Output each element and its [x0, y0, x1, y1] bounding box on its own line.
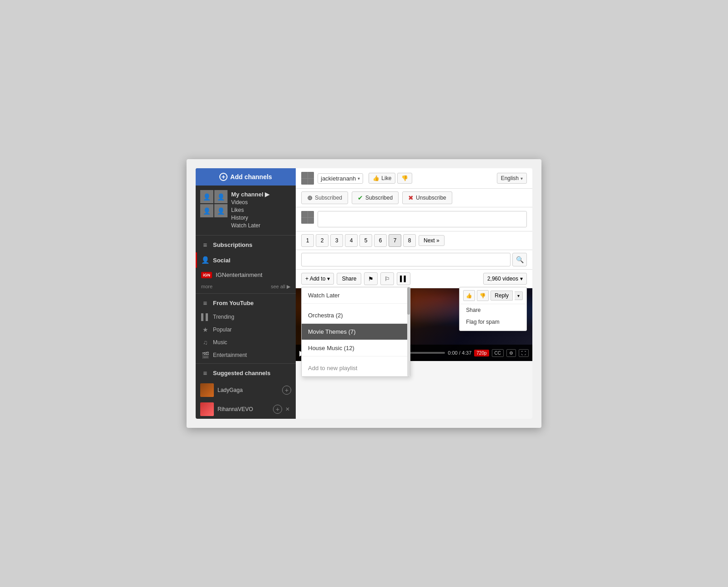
plus-icon: ⊕ — [307, 194, 313, 201]
page-btn-6[interactable]: 6 — [374, 234, 387, 247]
search-input[interactable] — [301, 253, 511, 266]
page-btn-4[interactable]: 4 — [345, 234, 358, 247]
settings-button[interactable]: ⚙ — [506, 349, 516, 357]
reply-flag-spam-item[interactable]: Flag for spam — [460, 316, 526, 328]
check-icon: ✔ — [358, 194, 363, 201]
dropdown-add-new-playlist[interactable]: Add to new playlist — [302, 360, 410, 376]
dropdown-watch-later[interactable]: Watch Later — [302, 287, 410, 304]
avatar-cell-2: 👤 — [214, 190, 228, 203]
page-btn-8[interactable]: 8 — [403, 234, 416, 247]
user-avatar[interactable]: 👤 👤 👤 👤 — [200, 190, 228, 217]
videos-count-button[interactable]: 2,960 videos ▾ — [483, 273, 527, 285]
rihanna-close-button[interactable]: ✕ — [284, 406, 291, 413]
reply-share-item[interactable]: Share — [460, 304, 526, 316]
commenter-avatar — [301, 211, 314, 224]
reply-thumbs: 👍 👎 — [463, 290, 489, 301]
reply-thumbs-down-button[interactable]: 👎 — [477, 290, 489, 301]
content-header: jackietrananh ▾ 👍 Like 👎 English ▾ — [296, 168, 532, 189]
subscribed-button[interactable]: ✔ Subscribed — [352, 191, 399, 204]
sidebar-item-entertainment[interactable]: 🎬 Entertainment — [196, 349, 296, 361]
dropdown-house-music[interactable]: House Music (12) — [302, 340, 410, 356]
thumbs-down-icon: 👎 — [401, 175, 408, 181]
sidebar-item-subscriptions[interactable]: ≡ Subscriptions — [196, 237, 296, 252]
person-icon: 👤 — [201, 256, 209, 264]
rihanna-add-button[interactable]: + — [273, 405, 282, 414]
sidebar-item-ign[interactable]: iGN IGNentertainment — [196, 268, 296, 282]
stats-icon: ▌▌ — [400, 276, 408, 282]
subscribe-row: ⊕ Subscribed ✔ Subscribed ✖ Unsubscribe — [296, 189, 532, 207]
list-icon-2: ≡ — [201, 299, 209, 307]
add-channels-button[interactable]: + Add channels — [196, 168, 296, 186]
suggested-item-ladygaga[interactable]: LadyGaga + — [196, 381, 296, 400]
like-button[interactable]: 👍 Like — [369, 173, 395, 184]
add-to-dropdown-menu: Watch Later Orchestra (2) Movie Themes (… — [301, 287, 410, 377]
dropdown-movie-themes[interactable]: Movie Themes (7) — [302, 324, 410, 340]
comment-input[interactable] — [318, 211, 527, 227]
ladygaga-avatar — [200, 383, 214, 397]
flag2-button[interactable]: ⚐ — [380, 272, 394, 285]
my-channel-item[interactable]: My channel ▶ — [231, 191, 269, 198]
dislike-button[interactable]: 👎 — [397, 173, 412, 184]
flag-button[interactable]: ⚑ — [364, 272, 378, 285]
dropdown-scrollbar-thumb — [407, 287, 410, 315]
like-dislike-group: 👍 Like 👎 — [369, 173, 412, 184]
fullscreen-button[interactable]: ⛶ — [519, 349, 529, 357]
sidebar: + Add channels 👤 👤 👤 👤 My channel ▶ Vide… — [196, 168, 296, 419]
ladygaga-actions: + — [282, 386, 291, 395]
reply-area: 👍 👎 Reply ▾ Share Flag for spam — [459, 287, 527, 331]
search-row: 🔍 — [296, 250, 532, 270]
divider-3 — [196, 363, 296, 364]
cc-button[interactable]: CC — [492, 349, 504, 357]
dropdown-scrollbar[interactable] — [407, 287, 410, 376]
sidebar-item-music[interactable]: ♫ Music — [196, 336, 296, 349]
dropdown-spacer-1 — [302, 304, 410, 307]
search-button[interactable]: 🔍 — [512, 253, 527, 266]
flag-icon: ⚑ — [368, 276, 374, 282]
sidebar-item-popular[interactable]: ★ Popular — [196, 323, 296, 336]
page-btn-1[interactable]: 1 — [301, 234, 314, 247]
channel-name-dropdown[interactable]: jackietrananh ▾ — [318, 173, 363, 184]
next-page-button[interactable]: Next » — [419, 235, 445, 246]
quality-button[interactable]: 720p — [474, 350, 489, 356]
ladygaga-add-button[interactable]: + — [282, 386, 291, 395]
x-icon: ✖ — [408, 194, 414, 201]
page-btn-7[interactable]: 7 — [389, 234, 401, 247]
page-btn-2[interactable]: 2 — [316, 234, 329, 247]
plus-circle-icon: + — [219, 173, 228, 181]
more-link[interactable]: more — [201, 284, 212, 290]
reply-thumbs-up-button[interactable]: 👍 — [463, 290, 475, 301]
list-icon: ≡ — [201, 241, 209, 249]
user-menu: My channel ▶ Videos Likes History Watch … — [231, 190, 269, 229]
stats-button[interactable]: ▌▌ — [397, 272, 410, 285]
user-section: 👤 👤 👤 👤 My channel ▶ Videos Likes Histor… — [196, 186, 296, 233]
sidebar-item-trending[interactable]: ▌▌ Trending — [196, 311, 296, 323]
trending-icon: ▌▌ — [201, 313, 209, 321]
language-dropdown[interactable]: English ▾ — [497, 173, 527, 184]
sidebar-item-social[interactable]: 👤 Social — [196, 252, 296, 268]
dropdown-spacer-2 — [302, 356, 410, 360]
unsubscribe-button[interactable]: ✖ Unsubscribe — [402, 191, 452, 204]
reply-dropdown-button[interactable]: ▾ — [515, 291, 523, 300]
reply-button[interactable]: Reply — [490, 291, 513, 301]
watch-later-item[interactable]: Watch Later — [231, 222, 269, 229]
reply-area-header: 👍 👎 Reply ▾ — [460, 290, 526, 304]
likes-item[interactable]: Likes — [231, 207, 269, 213]
channel-dropdown-arrow: ▾ — [358, 176, 360, 181]
more-see-all-row: more see all ▶ — [196, 282, 296, 291]
see-all-link[interactable]: see all ▶ — [271, 284, 290, 290]
share-button[interactable]: Share — [337, 273, 361, 285]
rihanna-actions: + ✕ — [273, 405, 291, 414]
page-btn-5[interactable]: 5 — [359, 234, 372, 247]
page-btn-3[interactable]: 3 — [330, 234, 343, 247]
history-item[interactable]: History — [231, 215, 269, 221]
main-content: jackietrananh ▾ 👍 Like 👎 English ▾ — [296, 168, 532, 419]
suggested-item-rihanna[interactable]: RihannaVEVO + ✕ — [196, 400, 296, 419]
add-subscribed-button[interactable]: ⊕ Subscribed — [301, 191, 348, 204]
add-to-button[interactable]: + Add to ▾ — [301, 273, 334, 285]
avatar-cell-3: 👤 — [200, 204, 213, 217]
videos-item[interactable]: Videos — [231, 199, 269, 206]
entertainment-icon: 🎬 — [201, 351, 209, 359]
music-icon: ♫ — [201, 339, 209, 346]
thumbs-up-icon: 👍 — [373, 175, 379, 181]
dropdown-orchestra[interactable]: Orchestra (2) — [302, 307, 410, 324]
